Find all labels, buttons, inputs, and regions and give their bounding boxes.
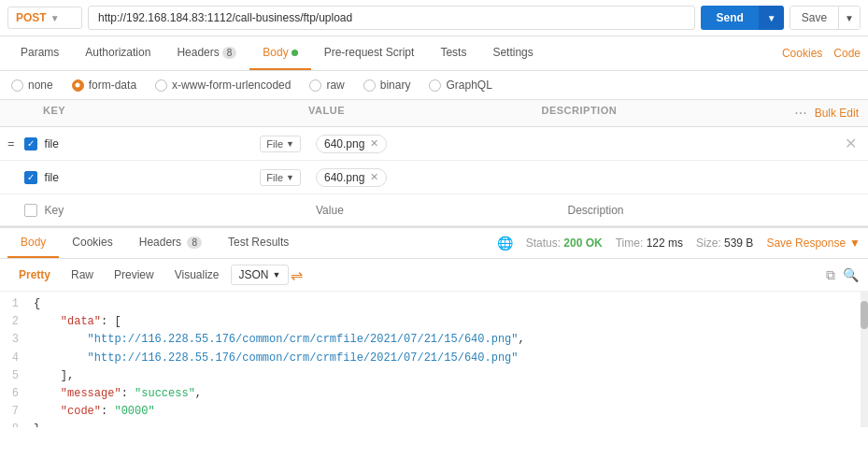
table-row: = file File ▼ 640.png ✕ ✕ — [0, 127, 868, 161]
tab-tests[interactable]: Tests — [427, 36, 479, 70]
radio-none-icon — [11, 79, 23, 92]
save-button-group: Save ▼ — [790, 6, 861, 30]
empty-checkbox[interactable] — [24, 204, 37, 217]
save-resp-arrow-icon: ▼ — [849, 236, 861, 250]
main-tabs: Params Authorization Headers8 Body Pre-r… — [7, 36, 547, 70]
table-row: = file File ▼ 640.png ✕ — [0, 161, 868, 194]
row1-chip-close-icon[interactable]: ✕ — [370, 137, 378, 150]
response-status: 🌐 Status: 200 OK Time: 122 ms Size: 539 … — [497, 236, 861, 251]
send-button-group: Send ▼ — [701, 6, 783, 30]
url-input[interactable] — [88, 6, 695, 30]
send-arrow-button[interactable]: ▼ — [759, 6, 784, 30]
scrollbar-thumb[interactable] — [861, 301, 868, 329]
row2-desc-cell — [561, 174, 813, 181]
tab-body[interactable]: Body — [249, 36, 310, 70]
format-arrow-icon: ▼ — [273, 270, 281, 280]
row2-chip-close-icon[interactable]: ✕ — [370, 171, 378, 183]
row1-checkbox[interactable] — [24, 137, 37, 150]
json-line-7: 7 "code": "0000" — [0, 403, 868, 421]
resp-tab-headers[interactable]: Headers 8 — [126, 228, 215, 258]
format-select[interactable]: JSON ▼ — [231, 265, 290, 285]
fmt-tab-pretty[interactable]: Pretty — [9, 265, 60, 285]
file-arrow-icon: ▼ — [286, 139, 294, 149]
tab-params[interactable]: Params — [7, 36, 72, 70]
empty-key-cell: = — [0, 199, 308, 221]
empty-value-cell — [308, 200, 561, 221]
method-label: POST — [16, 11, 47, 24]
save-response-button[interactable]: Save Response ▼ — [766, 236, 861, 250]
row1-delete-icon[interactable]: ✕ — [845, 135, 857, 152]
time-label: Time: 122 ms — [616, 236, 683, 250]
status-label: Status: 200 OK — [526, 236, 603, 250]
method-select[interactable]: POST ▼ — [7, 7, 82, 29]
body-type-binary[interactable]: binary — [363, 79, 411, 92]
response-tabs-bar: Body Cookies Headers 8 Test Results 🌐 St… — [0, 226, 868, 259]
format-tabs: Pretty Raw Preview Visualize JSON ▼ ⇌ — [9, 265, 303, 285]
empty-desc-input[interactable] — [568, 204, 805, 217]
description-column-header: DESCRIPTION — [542, 105, 776, 122]
row1-key-text: file — [45, 137, 253, 150]
resp-tab-testresults[interactable]: Test Results — [215, 228, 302, 258]
row2-value-chip: 640.png ✕ — [316, 168, 387, 187]
row2-key-text: file — [45, 171, 253, 184]
search-icon[interactable]: 🔍 — [843, 267, 859, 282]
file-arrow2-icon: ▼ — [286, 173, 294, 182]
scrollbar[interactable] — [861, 292, 868, 427]
row1-value-cell: 640.png ✕ — [308, 131, 561, 157]
body-type-raw[interactable]: raw — [309, 79, 344, 92]
empty-table-row: = — [0, 194, 868, 226]
fmt-tab-preview[interactable]: Preview — [105, 265, 164, 285]
row2-file-badge[interactable]: File ▼ — [260, 169, 301, 186]
row1-delete-cell: ✕ — [812, 135, 868, 152]
body-type-none[interactable]: none — [11, 79, 53, 92]
resp-tab-cookies[interactable]: Cookies — [59, 228, 125, 258]
body-type-formdata[interactable]: form-data — [72, 79, 136, 92]
tabs-right-links: Cookies Code — [782, 47, 861, 60]
bulk-edit-button[interactable]: Bulk Edit — [815, 107, 859, 120]
fmt-tab-raw[interactable]: Raw — [62, 265, 103, 285]
save-button[interactable]: Save — [790, 7, 838, 29]
form-table-header: KEY VALUE DESCRIPTION ··· Bulk Edit — [0, 100, 868, 127]
body-type-urlencoded[interactable]: x-www-form-urlencoded — [155, 79, 291, 92]
json-line-3: 3 "http://116.228.55.176/common/crm/crmf… — [0, 331, 868, 349]
code-link[interactable]: Code — [833, 47, 861, 60]
fmt-tab-visualize[interactable]: Visualize — [165, 265, 229, 285]
radio-formdata-icon — [72, 79, 84, 92]
row2-key-cell: = file File ▼ — [0, 165, 308, 190]
json-line-2: 2 "data": [ — [0, 313, 868, 331]
radio-urlencoded-icon — [155, 79, 167, 92]
row2-value-cell: 640.png ✕ — [308, 165, 561, 191]
url-bar: POST ▼ Send ▼ Save ▼ — [0, 0, 868, 36]
row2-checkbox[interactable] — [24, 171, 37, 184]
wrap-icon[interactable]: ⇌ — [291, 266, 303, 284]
body-type-graphql[interactable]: GraphQL — [429, 79, 491, 92]
save-arrow-button[interactable]: ▼ — [838, 7, 860, 29]
resp-tab-body[interactable]: Body — [7, 228, 59, 258]
cookies-link[interactable]: Cookies — [782, 47, 822, 60]
globe-icon: 🌐 — [497, 236, 513, 251]
key-column-header: KEY — [0, 105, 308, 122]
body-dot — [292, 50, 298, 56]
size-label: Size: 539 B — [696, 236, 753, 250]
send-button[interactable]: Send — [701, 6, 758, 30]
tab-prerequest[interactable]: Pre-request Script — [311, 36, 428, 70]
row1-desc-cell — [561, 140, 813, 148]
empty-value-input[interactable] — [316, 204, 553, 217]
row1-key-cell: = file File ▼ — [0, 132, 308, 156]
row1-value-chip: 640.png ✕ — [316, 135, 387, 153]
tab-authorization[interactable]: Authorization — [72, 36, 164, 70]
empty-desc-cell — [561, 200, 813, 221]
value-column-header: VALUE — [308, 105, 542, 122]
row1-drag-handle[interactable]: = — [7, 136, 15, 150]
radio-binary-icon — [363, 79, 376, 92]
json-line-8: 8 } — [0, 421, 868, 427]
more-options-icon[interactable]: ··· — [794, 105, 806, 122]
json-output: 1 { 2 "data": [ 3 "http://116.228.55.176… — [0, 292, 868, 427]
row1-file-badge[interactable]: File ▼ — [260, 136, 301, 152]
copy-icon[interactable]: ⧉ — [826, 267, 835, 283]
tab-headers[interactable]: Headers8 — [164, 36, 249, 70]
json-line-5: 5 ], — [0, 367, 868, 385]
format-actions: ⧉ 🔍 — [826, 267, 859, 283]
tab-settings[interactable]: Settings — [479, 36, 546, 70]
empty-key-input[interactable] — [45, 204, 301, 217]
